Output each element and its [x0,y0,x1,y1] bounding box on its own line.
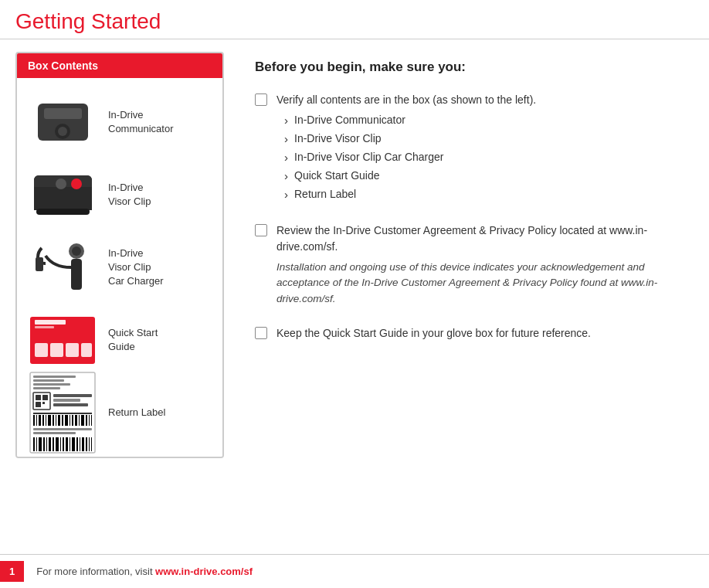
svg-rect-52 [86,415,87,426]
svg-rect-73 [82,437,84,451]
page-title: Getting Started [15,9,694,34]
svg-rect-25 [33,383,70,386]
svg-rect-19 [50,343,63,357]
svg-rect-42 [53,415,54,426]
svg-rect-61 [43,437,45,451]
svg-rect-40 [46,415,46,426]
svg-rect-70 [72,437,75,451]
svg-rect-68 [66,437,68,451]
page-number: 1 [0,561,24,582]
checklist-title: Before you begin, make sure you: [255,59,686,75]
svg-rect-63 [49,437,51,451]
checklist-item-review: Review the In-Drive Customer Agreement &… [255,223,686,307]
main-content: Box Contents In-DriveCommunicator [0,39,709,471]
svg-rect-41 [48,415,51,426]
svg-rect-34 [53,403,88,406]
svg-rect-37 [36,415,37,426]
svg-rect-39 [42,415,44,426]
svg-rect-50 [79,415,80,426]
svg-rect-17 [35,326,54,328]
checkbox-verify[interactable] [255,93,267,106]
svg-rect-59 [36,437,37,451]
return-label-label: Return Label [108,406,165,420]
sub-list-item: In-Drive Visor Clip [284,130,686,148]
svg-point-12 [72,246,81,256]
page-footer: 1 For more information, visit www.in-dri… [0,554,709,588]
checklist-item-content-keep: Keep the Quick Start Guide in your glove… [276,325,686,342]
list-item: In-DriveVisor Clip [17,158,222,231]
svg-rect-35 [33,413,92,414]
list-item: In-DriveVisor ClipCar Charger [17,231,222,304]
svg-rect-14 [36,257,43,271]
svg-rect-53 [89,415,90,426]
svg-rect-28 [36,395,41,400]
svg-rect-74 [86,437,87,451]
svg-rect-26 [33,387,60,389]
charger-image [28,240,97,294]
communicator-image [28,95,97,149]
list-item: Quick StartGuide [17,304,222,376]
svg-rect-71 [76,437,78,451]
svg-rect-64 [53,437,54,451]
svg-rect-23 [33,376,76,378]
list-item: In-DriveCommunicator [17,86,222,158]
checklist-item-text-review: Review the In-Drive Customer Agreement &… [276,224,647,253]
right-content: Before you begin, make sure you: Verify … [239,52,694,458]
svg-rect-75 [89,437,90,451]
svg-rect-7 [34,199,92,210]
svg-rect-10 [36,209,90,215]
svg-rect-46 [65,415,68,426]
checkbox-keep[interactable] [255,327,267,339]
svg-rect-51 [81,415,84,426]
svg-rect-72 [80,437,80,451]
svg-point-8 [71,178,82,189]
checklist-item-text-keep: Keep the Quick Start Guide in your glove… [276,327,591,339]
checklist-item-verify: Verify all contents are in the box (as s… [255,92,686,204]
svg-rect-31 [42,402,45,404]
sub-list-item: In-Drive Communicator [284,111,686,130]
footer-text: For more information, visit www.in-drive… [36,566,253,577]
svg-rect-18 [35,343,48,357]
svg-rect-1 [44,108,82,119]
svg-rect-56 [33,432,76,434]
charger-label: In-DriveVisor ClipCar Charger [108,246,164,289]
svg-rect-58 [33,437,35,451]
checklist-item-content-verify: Verify all contents are in the box (as s… [276,92,686,204]
box-contents-body: In-DriveCommunicator In-DriveVisor Clip [17,78,222,457]
sub-list-item: In-Drive Visor Clip Car Charger [284,148,686,167]
checkbox-review[interactable] [255,224,267,236]
svg-rect-66 [60,437,61,451]
svg-rect-13 [71,259,82,290]
svg-rect-33 [53,399,80,402]
visor-clip-label: In-DriveVisor Clip [108,181,151,209]
list-item: Return Label [17,376,222,449]
svg-rect-55 [33,428,92,430]
svg-rect-38 [39,415,41,426]
sub-list-verify: In-Drive Communicator In-Drive Visor Cli… [276,111,686,204]
svg-rect-67 [63,437,64,451]
svg-rect-20 [66,343,79,357]
quick-start-image [28,313,97,367]
communicator-label: In-DriveCommunicator [108,108,174,136]
svg-rect-24 [33,379,64,382]
svg-rect-29 [42,395,48,400]
italic-note-review: Installation and ongoing use of this dev… [276,260,686,307]
sub-list-item: Quick Start Guide [284,167,686,185]
checklist-item-keep: Keep the Quick Start Guide in your glove… [255,325,686,342]
svg-rect-62 [46,437,47,451]
svg-rect-43 [56,415,56,426]
visor-clip-image [28,168,97,222]
svg-rect-76 [91,437,92,451]
box-contents-panel: Box Contents In-DriveCommunicator [15,52,224,458]
svg-rect-48 [72,415,73,426]
svg-rect-54 [91,415,92,426]
svg-rect-65 [56,437,59,451]
footer-link[interactable]: www.in-drive.com/sf [155,566,253,577]
svg-rect-32 [53,394,92,397]
svg-rect-45 [62,415,63,426]
checklist-item-text-verify: Verify all contents are in the box (as s… [276,93,536,106]
svg-rect-21 [81,343,92,357]
svg-rect-49 [75,415,77,426]
svg-rect-47 [70,415,70,426]
svg-rect-69 [70,437,70,451]
